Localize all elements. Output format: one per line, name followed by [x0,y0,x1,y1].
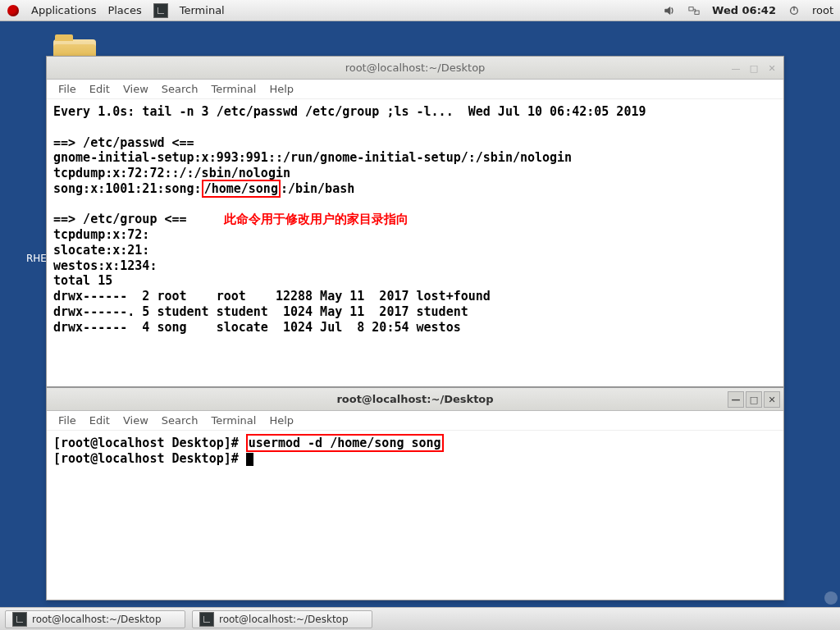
menu-file[interactable]: File [58,83,76,95]
ls-total: total 15 [53,273,112,288]
passwd-line-1: gnome-initial-setup:x:993:991::/run/gnom… [53,150,572,165]
group-line-3: westos:x:1234: [53,258,157,273]
menu-search[interactable]: Search [162,83,199,95]
terminal-output[interactable]: [root@localhost Desktop]# usermod -d /ho… [47,431,783,600]
menu-edit[interactable]: Edit [89,83,110,95]
clock[interactable]: Wed 06:42 [712,4,776,16]
close-button[interactable]: ✕ [764,391,780,408]
prompt-1: [root@localhost Desktop]# [53,436,246,450]
network-icon[interactable] [687,4,701,17]
corner-widget-icon [824,591,838,605]
highlight-home-song: /home/song [202,180,281,198]
taskbar-label: root@localhost:~/Desktop [32,614,162,625]
taskbar-entry-2[interactable]: root@localhost:~/Desktop [192,610,372,628]
top-panel: Applications Places Terminal Wed 06:42 r… [0,0,840,21]
ls-line-3: drwx------ 4 song slocate 1024 Jul 8 20:… [53,320,461,335]
menu-help[interactable]: Help [269,414,294,427]
terminal-output[interactable]: Every 1.0s: tail -n 3 /etc/passwd /etc/g… [47,99,783,386]
applications-menu[interactable]: Applications [31,4,96,16]
svg-rect-0 [689,7,693,10]
terminal-window-shell: root@localhost:~/Desktop — □ ✕ File Edit… [46,387,784,600]
passwd-line-3b: :/bin/bash [281,181,354,196]
taskbar-label: root@localhost:~/Desktop [219,614,349,625]
group-line-1: tcpdump:x:72: [53,227,149,242]
terminal-icon [199,612,214,627]
terminal-icon [12,612,27,627]
volume-icon[interactable] [663,4,676,17]
minimize-button[interactable]: — [728,391,744,408]
menu-terminal[interactable]: Terminal [211,414,256,427]
passwd-header: ==> /etc/passwd <== [53,135,194,150]
places-menu[interactable]: Places [107,4,141,16]
terminal-launcher-icon[interactable] [153,3,168,18]
terminal-menubar: File Edit View Search Terminal Help [47,411,783,431]
passwd-line-2: tcpdump:x:72:72::/:/sbin/nologin [53,166,290,180]
running-app-label[interactable]: Terminal [180,4,225,16]
menu-view[interactable]: View [123,83,148,95]
titlebar[interactable]: root@localhost:~/Desktop — □ ✕ [47,388,783,411]
menu-view[interactable]: View [123,414,148,427]
svg-point-4 [824,591,838,605]
ls-line-2: drwx------. 5 student student 1024 May 1… [53,304,468,319]
minimize-button[interactable]: — [728,60,744,76]
maximize-button[interactable]: □ [746,391,762,408]
annotation-text: 此命令用于修改用户的家目录指向 [224,212,409,226]
cursor-icon [246,453,253,466]
taskbar-entry-1[interactable]: root@localhost:~/Desktop [5,610,185,628]
prompt-2: [root@localhost Desktop]# [53,451,246,466]
terminal-window-watch: root@localhost:~/Desktop — □ ✕ File Edit… [46,56,784,387]
ls-line-1: drwx------ 2 root root 12288 May 11 2017… [53,289,491,304]
bottom-taskbar: root@localhost:~/Desktop root@localhost:… [0,607,840,630]
menu-search[interactable]: Search [162,414,199,427]
menu-edit[interactable]: Edit [89,414,110,427]
watch-header-right: Wed Jul 10 06:42:05 2019 [468,104,646,119]
passwd-line-3a: song:x:1001:21:song: [53,181,202,196]
window-title: root@localhost:~/Desktop [336,393,493,405]
maximize-button[interactable]: □ [746,60,762,76]
group-line-2: slocate:x:21: [53,243,149,258]
titlebar[interactable]: root@localhost:~/Desktop — □ ✕ [47,57,783,80]
menu-file[interactable]: File [58,414,76,427]
close-button[interactable]: ✕ [764,60,780,76]
window-title: root@localhost:~/Desktop [345,62,486,74]
terminal-menubar: File Edit View Search Terminal Help [47,80,783,99]
distro-logo-icon [7,4,20,17]
command-usermod: usermod -d /home/song song [246,434,444,452]
menu-help[interactable]: Help [269,83,294,95]
user-menu[interactable]: root [812,4,833,16]
power-icon[interactable] [788,4,801,17]
menu-terminal[interactable]: Terminal [211,83,256,95]
group-header: ==> /etc/group <== [53,212,187,226]
watch-header-left: Every 1.0s: tail -n 3 /etc/passwd /etc/g… [53,104,454,119]
